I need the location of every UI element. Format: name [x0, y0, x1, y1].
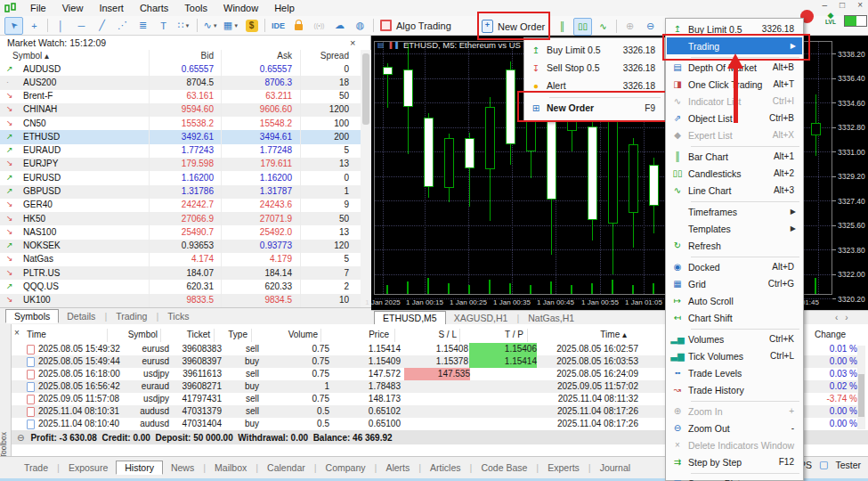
crosshair-icon[interactable]: +: [25, 17, 44, 35]
menu-file[interactable]: File: [22, 3, 54, 13]
mw-col-bid[interactable]: Bid: [201, 51, 214, 61]
menu-item-docked[interactable]: ◉DockedAlt+D: [667, 258, 802, 275]
menu-item-refresh[interactable]: ↻Refresh: [667, 237, 802, 254]
market-watch-row-chinah[interactable]: ↘CHINAH9594.609606.601200: [0, 103, 361, 117]
close-button[interactable]: ×: [857, 0, 863, 10]
menu-window[interactable]: Window: [215, 3, 266, 13]
minimize-button[interactable]: –: [823, 0, 828, 10]
line-chart-icon[interactable]: ∿: [594, 18, 612, 36]
cursor-icon[interactable]: ➤: [4, 17, 23, 35]
indicator-window-icon[interactable]: ▦▼: [222, 17, 240, 35]
menu-item-buy-limit[interactable]: ↥Buy Limit 0.53326.18: [525, 41, 663, 59]
shapes-icon[interactable]: ∷▼: [174, 17, 193, 35]
menu-help[interactable]: Help: [266, 3, 303, 13]
market-watch-row-uk100[interactable]: ↘UK1009833.59834.510: [0, 294, 361, 307]
menu-item-timeframes[interactable]: Timeframes▶: [667, 203, 802, 220]
market-watch-row-brent-f[interactable]: ↘Brent-F63.16163.21150: [0, 90, 361, 103]
line-studies-icon[interactable]: ∿▼: [201, 17, 220, 35]
menu-item-zoom-out[interactable]: ⊖Zoom Out-: [667, 420, 802, 436]
toolbox-tab-company[interactable]: Company: [318, 461, 374, 474]
toolbox-column-sl[interactable]: S / L: [394, 329, 457, 342]
toolbox-column-ticket[interactable]: Ticket: [160, 329, 210, 342]
menu-item-trade-history[interactable]: ↝Trade History: [667, 381, 802, 398]
market-watch-tab-symbols[interactable]: Symbols: [5, 309, 59, 323]
menu-view[interactable]: View: [54, 3, 92, 13]
mw-col-symbol[interactable]: Symbol ▴: [12, 51, 49, 61]
menu-item-sell-stop[interactable]: ↧Sell Stop 0.53326.18: [525, 59, 663, 77]
market-watch-tab-trading[interactable]: Trading: [108, 310, 155, 322]
market-watch-row-eurjpy[interactable]: ↘EURJPY179.598179.61113: [0, 158, 361, 171]
toolbox-tab-news[interactable]: News: [163, 461, 202, 474]
vertical-line-icon[interactable]: │: [52, 17, 70, 35]
toolbox-tab-alerts[interactable]: Alerts: [377, 461, 418, 474]
toolbox-tab-journal[interactable]: Journal: [592, 461, 638, 474]
toolbox-column-tp[interactable]: T / P: [459, 329, 523, 342]
menu-item-line-chart[interactable]: ∿Line ChartAlt+3: [667, 182, 802, 199]
toolbox-column-time2[interactable]: Time ▴: [527, 329, 627, 342]
summary-collapse-icon[interactable]: ⊖: [17, 433, 24, 443]
toolbox-column-type[interactable]: Type: [214, 329, 247, 342]
menu-item-auto-scroll[interactable]: ↦Auto Scroll: [667, 292, 802, 309]
chart-tab-nav[interactable]: ‹›: [835, 313, 856, 322]
chart-tab-xagusd-h1[interactable]: XAGUSD,H1: [446, 312, 516, 324]
toolbox-tab-trade[interactable]: Trade: [16, 461, 56, 474]
menu-item-volumes[interactable]: ▂▅VolumesCtrl+K: [667, 330, 802, 347]
toolbox-tab-code-base[interactable]: Code Base: [473, 461, 535, 474]
lock-icon[interactable]: [289, 17, 308, 35]
chart-tab-natgas-h1[interactable]: NatGas,H1: [520, 312, 582, 324]
channel-icon[interactable]: ⋰: [113, 17, 132, 35]
zoom-out-icon[interactable]: ⊖: [641, 18, 660, 36]
market-watch-row-qqq.us[interactable]: ↗QQQ.US620.31620.332: [0, 280, 361, 293]
menu-item-chart-shift[interactable]: ↤Chart Shift: [667, 309, 802, 326]
market-watch-row-aus200[interactable]: ·AUS2008704.58706.318: [0, 76, 361, 89]
menu-charts[interactable]: Charts: [132, 3, 176, 13]
market-watch-row-noksek[interactable]: ↗NOKSEK0.936530.93773120: [0, 240, 361, 253]
toolbox-tab-articles[interactable]: Articles: [422, 461, 468, 474]
market-watch-scrollbar-thumb[interactable]: [362, 53, 369, 125]
market-watch-tab-details[interactable]: Details: [59, 310, 103, 322]
menu-insert[interactable]: Insert: [91, 3, 132, 13]
toolbox-column-symbol[interactable]: Symbol: [107, 329, 158, 342]
algo-trading-button[interactable]: Algo Trading: [380, 20, 451, 31]
mw-col-ask[interactable]: Ask: [277, 51, 292, 61]
toolbox-scrollbar-thumb[interactable]: [858, 374, 864, 417]
market-watch-row-natgas[interactable]: ↘NatGas4.1744.1795: [0, 253, 361, 266]
toolbox-tab-experts[interactable]: Experts: [539, 461, 588, 474]
community-icon[interactable]: ◍: [351, 17, 369, 35]
market-watch-close-icon[interactable]: ×: [350, 37, 355, 48]
chart-tab-next-icon[interactable]: ›: [845, 313, 855, 322]
toolbox-column-price[interactable]: Price: [320, 329, 389, 342]
menu-item-templates[interactable]: Templates▶: [667, 220, 802, 237]
menu-tools[interactable]: Tools: [176, 3, 215, 13]
menu-item-trade-levels[interactable]: ╍Trade Levels: [667, 364, 802, 381]
toolbox-tab-calendar[interactable]: Calendar: [259, 461, 313, 474]
menu-item-candlesticks[interactable]: ▯▯CandlesticksAlt+2: [667, 165, 802, 182]
candlestick-chart-icon[interactable]: ▯▯: [573, 18, 592, 36]
toolbox-close-icon[interactable]: ×: [14, 328, 20, 338]
currency-icon[interactable]: $: [242, 17, 261, 35]
market-watch-row-ethusd[interactable]: ↗ETHUSD3492.613494.61200: [0, 130, 361, 143]
mw-col-spread[interactable]: Spread: [320, 51, 349, 61]
menu-item-bar-chart[interactable]: ║Bar ChartAlt+1: [667, 148, 802, 165]
trendline-icon[interactable]: ╱: [93, 17, 111, 35]
text-label-icon[interactable]: T: [154, 17, 173, 35]
chart-tab-ethusd-m5[interactable]: ETHUSD,M5: [374, 311, 446, 325]
bar-chart-icon[interactable]: ║: [553, 18, 572, 36]
market-watch-row-nas100[interactable]: ↘NAS10025490.725492.013: [0, 225, 361, 239]
market-watch-row-gbpusd[interactable]: ↗GBPUSD1.317861.317871: [0, 185, 361, 199]
market-watch-row-hk50[interactable]: ↘HK5027066.927071.950: [0, 212, 361, 225]
toolbox-tab-mailbox[interactable]: Mailbox: [207, 461, 255, 474]
menu-item-grid[interactable]: ▦GridCtrl+G: [667, 275, 802, 292]
menu-item-tick-volumes[interactable]: ▃▆Tick VolumesCtrl+L: [667, 347, 802, 364]
market-watch-row-pltr.us[interactable]: ↘PLTR.US184.07184.147: [0, 266, 361, 280]
maximize-button[interactable]: □: [840, 0, 845, 10]
market-watch-row-eurusd[interactable]: ↗EURUSD1.162001.162000: [0, 171, 361, 184]
market-watch-row-euraud[interactable]: ↗EURAUD1.772431.772485: [0, 144, 361, 158]
toolbox-column-time[interactable]: Time: [27, 329, 116, 342]
toolbox-tab-history[interactable]: History: [116, 461, 163, 475]
market-watch-row-cn50[interactable]: ↘CN5015538.215548.2100: [0, 117, 361, 130]
menu-item-step-by-step[interactable]: ⇉Step by StepF12: [667, 453, 802, 470]
market-watch-row-ger40[interactable]: ↘GER4024242.724243.69: [0, 199, 361, 212]
ide-icon[interactable]: IDE: [269, 17, 288, 35]
toolbox-tab-exposure[interactable]: Exposure: [61, 461, 116, 474]
